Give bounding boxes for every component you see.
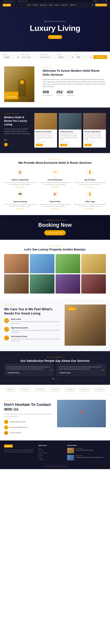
service-text-4: Lorem ipsum dolor sit amet consectetur a… [4, 204, 36, 208]
service-link-6[interactable]: READ MORE > [74, 208, 106, 210]
nav-logo[interactable]: Avason [3, 4, 11, 6]
partner-4: PARTNER [50, 387, 60, 392]
testimonials-dots [4, 378, 106, 379]
nav-gallery[interactable]: GALLERY [61, 4, 68, 6]
room-card-btn-1[interactable]: MORE [36, 144, 43, 146]
service-icon-5: 🎉 [52, 190, 58, 198]
top-phone: +000-123-456-789 [17, 0, 28, 2]
gallery-item-6[interactable] [30, 274, 54, 294]
service-link-1[interactable]: READ MORE > [4, 186, 36, 188]
room-card-btn-3[interactable]: MORE [84, 144, 91, 146]
nav-services[interactable]: SERVICES [40, 4, 47, 6]
service-link-5[interactable]: READ MORE > [39, 208, 71, 210]
footer-link-1[interactable]: Home [38, 448, 64, 449]
footer-link-6[interactable]: Contact Us [38, 459, 64, 460]
gallery-item-4[interactable] [81, 254, 106, 273]
gallery-item-5[interactable] [4, 274, 29, 294]
room-card-btn-2[interactable]: MORE [60, 144, 67, 146]
footer-link-5[interactable]: Gallery [38, 457, 64, 458]
room-card-meta-3: ★ 1 Bed 💧 Pool [84, 141, 104, 143]
search-bar: Location Location Check In Date Check Ou… [0, 52, 110, 61]
footer-bottom: © 2021 Avason Hotel. All Rights Reserved… [4, 464, 106, 467]
footer-link-4[interactable]: Services [38, 454, 64, 456]
service-icon-6: 🧘 [86, 190, 93, 198]
nav-news[interactable]: NEWS [49, 4, 53, 6]
service-title-1: Rooms & Appartment [4, 179, 36, 181]
footer-links-col: Quick Links Home About Us Rooms & Suites… [38, 444, 64, 461]
rooms-tag: Luxury Product [4, 113, 32, 114]
rooms-next-button[interactable]: › [9, 143, 12, 146]
footer-link-3[interactable]: Rooms & Suites [38, 452, 64, 454]
social-yt[interactable]: 🔍 [106, 0, 107, 2]
nav-contact[interactable]: CONTACT [70, 4, 76, 6]
rooms-prev-button[interactable]: ‹ [4, 143, 8, 146]
gallery-tag: Our Rooms [4, 245, 106, 247]
service-text-3: Lorem ipsum dolor sit amet consectetur a… [74, 182, 106, 186]
stat-apartments: 506 Luxury Appartment [43, 90, 53, 96]
gallery-image-7 [56, 274, 80, 294]
hero-section: Welcome to Avason Luxury Living UP OFFER [0, 8, 110, 52]
footer-link-2[interactable]: About Us [38, 450, 64, 452]
why-item-content-1: Betes Living Lorem ipsum dolor sit amet … [11, 318, 60, 325]
gallery-image-4 [81, 254, 106, 273]
footer-logo[interactable]: Avason [4, 444, 13, 448]
service-num-5: 05 [39, 199, 71, 200]
service-title-2: Food & Restaurant [39, 179, 71, 181]
service-num-1: 01 [4, 177, 36, 178]
testimonial-card-2: At vero eos et accusamus way sit iusto o… [56, 364, 106, 376]
service-link-2[interactable]: READ MORE > [39, 186, 71, 188]
gallery-item-2[interactable] [30, 254, 54, 273]
service-text-1: Lorem ipsum dolor sit amet consectetur a… [4, 182, 36, 186]
news-item-2: June 18, 2021 Outstanding City Manor Ado… [67, 455, 106, 460]
stat-members: 420 Golf Member [67, 90, 74, 96]
testimonials-tag: Cllient Feedback [4, 357, 106, 358]
dot-1[interactable] [53, 378, 54, 379]
gallery-item-8[interactable] [81, 274, 106, 294]
location-select[interactable]: Location [3, 55, 20, 59]
footer-news-col: Recent News June 12, 2021 How do We Best… [67, 444, 106, 461]
news-title-1[interactable]: How do We Best Buy the Rooms [75, 449, 93, 451]
nav-home[interactable]: HOME [27, 4, 31, 6]
social-ig[interactable]: in [103, 0, 104, 2]
dot-3[interactable] [56, 378, 57, 379]
gallery-item-7[interactable] [56, 274, 80, 294]
why-item-text-1: Lorem ipsum dolor sit amet consectetur a… [11, 321, 60, 325]
news-content-1: June 12, 2021 How do We Best Buy the Roo… [75, 448, 93, 453]
why-image-badge: We Care [67, 307, 76, 310]
service-item-2: 🍽 02 Food & Restaurant Lorem ipsum dolor… [39, 169, 71, 188]
search-icon[interactable]: 🔍 [92, 4, 94, 6]
contact-address-text: 225 Main Road, New York [10, 421, 26, 422]
service-link-3[interactable]: READ MORE > [74, 186, 106, 188]
service-item-6: 🧘 06 GYM & Yoga Lorem ipsum dolor sit am… [74, 190, 106, 210]
nav-book-button[interactable]: BOOK A ROOM [95, 4, 107, 6]
news-thumb-1 [67, 448, 74, 453]
gallery-item-3[interactable] [56, 254, 80, 273]
booking-cta-button[interactable]: BOOK A ROOM › [44, 230, 66, 236]
rooms-select[interactable]: Adult [75, 55, 92, 59]
social-tw[interactable]: t [101, 0, 101, 2]
nav-rooms[interactable]: ROOMS [33, 4, 38, 6]
guests-select[interactable]: Guests [57, 55, 74, 59]
news-title-2[interactable]: Outstanding City Manor Adorning Hospital… [75, 456, 103, 458]
contact-tag: Need & Offer [4, 400, 53, 401]
hero-cta-button[interactable]: UP OFFER [48, 35, 62, 39]
gallery-title: Let's See Luxury Property Insides Beauty… [4, 248, 106, 251]
contact-email-text: Email: johnsmith@email.com [10, 426, 27, 428]
lang-selector[interactable]: English [93, 0, 97, 2]
service-link-4[interactable]: READ MORE > [4, 208, 36, 210]
main-nav: Avason HOME ROOMS SERVICES NEWS PAGES GA… [0, 2, 110, 8]
testimonials-title: Our Satisfaction People Say About Our Se… [4, 359, 106, 363]
checkin-input[interactable] [21, 56, 38, 59]
social-fb[interactable]: f [99, 0, 99, 2]
gallery-item-1[interactable] [4, 254, 29, 273]
arrow-icon: › [59, 231, 62, 234]
news-content-2: June 18, 2021 Outstanding City Manor Ado… [75, 455, 103, 460]
dot-2[interactable] [54, 378, 56, 379]
checkout-input[interactable] [39, 56, 56, 59]
partner-7: PARTNER [94, 387, 105, 392]
nav-pages[interactable]: PAGES [55, 4, 60, 6]
search-button[interactable]: BOOK NOW [93, 55, 107, 59]
services-grid: 🏠 01 Rooms & Appartment Lorem ipsum dolo… [4, 169, 106, 210]
service-num-2: 02 [39, 177, 71, 178]
guests-field: Guests Guests [57, 54, 74, 59]
